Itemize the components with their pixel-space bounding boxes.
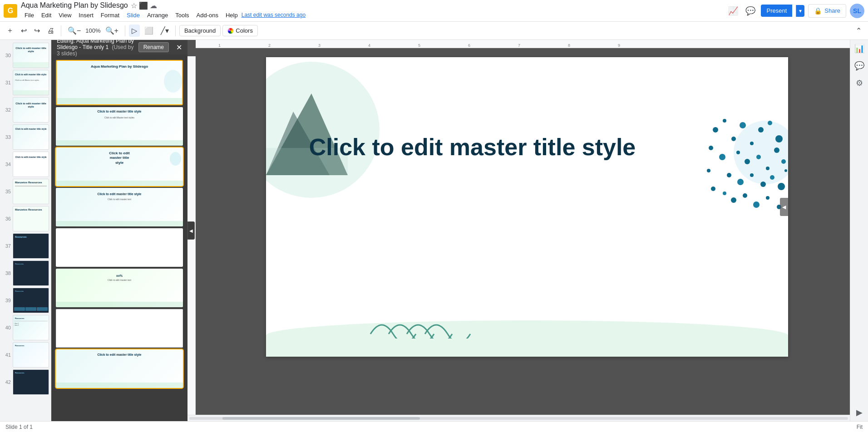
- slide-thumb-40[interactable]: Resources • Item 1 • Item 2: [13, 315, 49, 340]
- slide-title[interactable]: Click to edit master title style: [293, 134, 652, 160]
- undo-button[interactable]: ↩: [18, 25, 30, 37]
- toolbar: ＋ ↩ ↪ 🖨 🔍− 100% 🔍+ ▷ ⬜ ╱▾ Background Col…: [0, 22, 868, 40]
- title-icons: ☆ ⬛ ☁: [131, 1, 157, 10]
- slide-thumb-38[interactable]: Resources: [13, 260, 49, 286]
- menu-format[interactable]: Format: [97, 10, 123, 20]
- present-button[interactable]: Present: [761, 5, 792, 17]
- menu-arrange[interactable]: Arrange: [143, 10, 172, 20]
- master-layout-6[interactable]: [56, 309, 183, 348]
- cloud-icon[interactable]: ☁: [150, 1, 157, 10]
- master-layout-5[interactable]: xx% Click to edit master text: [56, 269, 183, 307]
- print-button[interactable]: 🖨: [44, 25, 57, 37]
- slide-thumb-row-30[interactable]: 30 Click to edit master title style: [0, 42, 51, 69]
- svg-point-19: [737, 179, 744, 185]
- slide-thumb-42[interactable]: Resources: [13, 369, 49, 395]
- svg-point-27: [731, 197, 736, 203]
- rename-button[interactable]: Rename: [138, 42, 169, 52]
- slide-thumb-row-31[interactable]: 31 Click to edit master title style Clic…: [0, 69, 51, 96]
- slide-thumb-row-39[interactable]: 39 Resources: [0, 287, 51, 314]
- folder-icon[interactable]: ⬛: [139, 1, 148, 10]
- wave-svg: [366, 311, 484, 339]
- master-layout-1[interactable]: Click to edit master title style Click t…: [56, 107, 183, 146]
- menu-tools[interactable]: Tools: [172, 10, 192, 20]
- slide-thumb-32[interactable]: Click to edit master title style: [13, 97, 49, 123]
- slide-thumb-34[interactable]: Click to edit master title style: [13, 152, 49, 177]
- app-logo[interactable]: G: [4, 4, 17, 18]
- slide-thumb-37[interactable]: Resources: [13, 233, 49, 259]
- scrollbar-thumb[interactable]: [222, 417, 420, 420]
- slide-thumb-row-33[interactable]: 33 Click to edit master title style: [0, 123, 51, 151]
- menu-view[interactable]: View: [55, 10, 75, 20]
- zoom-in-button[interactable]: 🔍+: [103, 25, 121, 37]
- slide-thumb-row-41[interactable]: 41 Resources: [0, 341, 51, 368]
- add-slide-button[interactable]: ＋: [4, 24, 16, 37]
- scrollbar-track[interactable]: [189, 417, 848, 420]
- explore-icon[interactable]: 📊: [854, 44, 864, 54]
- slide-thumb-row-37[interactable]: 37 Resources: [0, 232, 51, 260]
- comments-side-icon[interactable]: 💬: [854, 61, 864, 71]
- menu-slide[interactable]: Slide: [123, 10, 143, 20]
- panel-collapse-arrow[interactable]: ◀: [187, 221, 195, 240]
- master-layout-3[interactable]: Click to edit master title style Click t…: [56, 188, 183, 226]
- slide-thumb-row-35[interactable]: 35 Manzetos Resources: [0, 178, 51, 205]
- slide-thumb-39[interactable]: Resources: [13, 288, 49, 313]
- redo-button[interactable]: ↪: [31, 25, 43, 37]
- present-dropdown-button[interactable]: ▾: [796, 5, 804, 17]
- slide-thumb-30[interactable]: Click to edit master title style: [13, 43, 49, 68]
- svg-point-21: [760, 182, 766, 187]
- ruler-horizontal: 1 2 3 4 5 6 7 8 9: [196, 40, 850, 48]
- master-panel: Editing: Aqua Marketing Plan by Slidesgo…: [51, 40, 187, 421]
- line-button[interactable]: ╱▾: [158, 25, 172, 37]
- canvas-scroll[interactable]: Click to edit master title style: [196, 48, 850, 415]
- shape-button[interactable]: ⬜: [142, 25, 156, 37]
- master-layout-4[interactable]: [56, 228, 183, 267]
- slide-thumb-41[interactable]: Resources: [13, 342, 49, 368]
- menu-insert[interactable]: Insert: [75, 10, 97, 20]
- slide-thumb-36[interactable]: Manzetos Resources: [13, 206, 49, 231]
- menu-edit[interactable]: Edit: [38, 10, 55, 20]
- menu-addons[interactable]: Add-ons: [193, 10, 222, 20]
- colors-label: Colors: [236, 27, 253, 34]
- slide-thumb-row-36[interactable]: 36 Manzetos Resources: [0, 205, 51, 232]
- collapse-toolbar-button[interactable]: ⌃: [853, 25, 864, 37]
- menu-help[interactable]: Help: [222, 10, 242, 20]
- close-master-button[interactable]: ✕: [176, 43, 182, 52]
- slide-thumb-row-42[interactable]: 42 Resources: [0, 368, 51, 396]
- svg-point-8: [775, 135, 783, 142]
- horizontal-scrollbar[interactable]: [187, 415, 850, 421]
- toolbar-separator-1: [61, 25, 61, 36]
- slide-thumb-row-34[interactable]: 34 Click to edit master title style: [0, 151, 51, 178]
- zoom-out-button[interactable]: 🔍−: [65, 25, 84, 37]
- last-edit-link[interactable]: Last edit was seconds ago: [242, 12, 306, 18]
- svg-point-18: [727, 173, 731, 177]
- zoom-level: 100%: [85, 27, 100, 34]
- svg-point-13: [756, 155, 761, 159]
- svg-point-17: [707, 169, 710, 172]
- toolbar-separator-2: [125, 25, 125, 36]
- zoom-fit-label[interactable]: Fit: [857, 424, 863, 430]
- slide-thumb-row-38[interactable]: 38 Resources: [0, 260, 51, 287]
- star-icon[interactable]: ☆: [131, 1, 137, 10]
- menu-file[interactable]: File: [21, 10, 38, 20]
- master-thumb-1[interactable]: Aqua Marketing Plan by Slidesgo: [56, 60, 183, 105]
- cursor-button[interactable]: ▷: [129, 25, 140, 37]
- slide-thumb-row-32[interactable]: 32 Click to edit master title style: [0, 96, 51, 123]
- background-button[interactable]: Background: [179, 25, 221, 36]
- slide-thumb-35[interactable]: Manzetos Resources: [13, 179, 49, 204]
- slide-thumb-31[interactable]: Click to edit master title style Click t…: [13, 70, 49, 95]
- svg-point-7: [768, 121, 772, 125]
- master-layout-2[interactable]: Click to editmaster titlestyle: [56, 147, 183, 186]
- canvas-expand-btn[interactable]: ◀: [780, 198, 788, 216]
- comments-button[interactable]: 💬: [744, 4, 757, 18]
- expand-right-btn[interactable]: ▶: [856, 407, 863, 417]
- share-button[interactable]: 🔒 Share: [808, 4, 846, 18]
- colors-button[interactable]: Colors: [222, 25, 258, 36]
- slide-thumb-33[interactable]: Click to edit master title style: [13, 124, 49, 150]
- slide-thumb-row-40[interactable]: 40 Resources • Item 1 • Item 2: [0, 314, 51, 341]
- master-layout-7[interactable]: Click to edit master title style: [56, 349, 183, 388]
- master-layout-1-inner: Click to edit master title style Click t…: [56, 107, 183, 146]
- settings-side-icon[interactable]: ⚙: [856, 78, 863, 88]
- ruler-mark-7: 7: [518, 43, 520, 48]
- activity-button[interactable]: 📈: [726, 4, 740, 18]
- avatar[interactable]: SL: [850, 4, 864, 18]
